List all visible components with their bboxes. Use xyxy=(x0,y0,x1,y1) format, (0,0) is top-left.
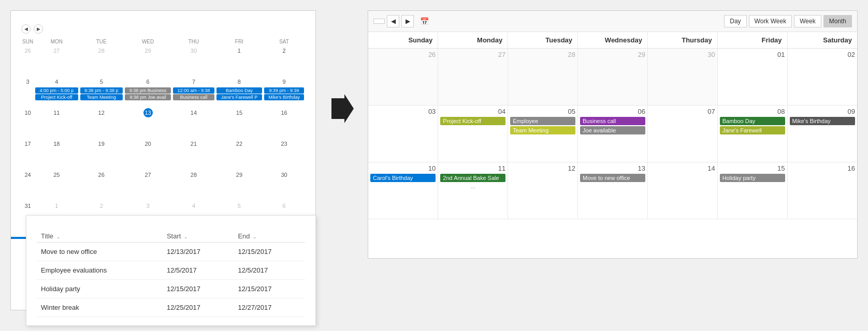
left-panel: ◀ ▶ SUN MON TUE WED THU FRI SAT xyxy=(10,10,316,310)
mini-cal-cell[interactable]: 1 xyxy=(215,46,263,77)
cal-cell[interactable]: 28 xyxy=(508,49,578,106)
mini-event[interactable]: Team Meeting xyxy=(80,94,123,100)
cal-event-chip[interactable]: Team Meeting xyxy=(510,126,575,134)
mini-event[interactable]: 9:38 pm Joe avail xyxy=(125,94,171,100)
mini-cal-cell[interactable]: 2 xyxy=(263,46,305,77)
mini-event[interactable]: 4:00 pm - 5:00 p xyxy=(35,87,78,94)
mini-event[interactable]: Bamboo Day xyxy=(216,87,262,94)
mini-event[interactable]: 9:38 pm - 9:38 p xyxy=(80,87,123,94)
cal-cell[interactable]: 26 xyxy=(368,49,438,106)
cal-cell[interactable]: 05EmployeeTeam Meeting xyxy=(508,106,578,162)
mini-cal-cell[interactable]: 23 xyxy=(263,139,305,170)
mini-cal-cell[interactable]: 30 xyxy=(172,46,215,77)
cal-cell[interactable]: 27 xyxy=(438,49,508,106)
mini-event[interactable]: Business call xyxy=(173,94,214,100)
cal-cell[interactable]: 03 xyxy=(368,106,438,162)
today-button[interactable] xyxy=(373,19,385,24)
mini-cal-prev[interactable]: ◀ xyxy=(21,24,31,34)
mini-event[interactable]: Mike's Birthday xyxy=(264,94,304,100)
cal-cell[interactable]: 01 xyxy=(717,49,787,106)
view-day-button[interactable]: Day xyxy=(724,15,746,27)
cal-event-chip[interactable]: Business call xyxy=(580,117,645,125)
cal-event-chip[interactable]: Jane's Farewell xyxy=(720,126,785,134)
mini-cal-cell[interactable]: 25 xyxy=(34,170,79,201)
cal-header-saturday: Saturday xyxy=(787,32,857,49)
view-month-button[interactable]: Month xyxy=(823,15,852,27)
mini-cal-cell[interactable]: 15 xyxy=(215,108,263,139)
mini-event[interactable]: Jane's Farewell P xyxy=(216,94,262,100)
cal-date-num: 01 xyxy=(720,51,785,58)
cal-next-button[interactable]: ▶ xyxy=(401,15,414,27)
project-cell-end: 12/15/2017 xyxy=(234,280,305,298)
cal-cell[interactable]: 06Business callJoe available xyxy=(578,106,648,162)
cal-cell[interactable]: 10Carol's Birthday xyxy=(368,162,438,219)
cal-event-chip[interactable]: Joe available xyxy=(580,126,645,134)
mini-cal-cell[interactable]: 29 xyxy=(215,170,263,201)
cal-event-chip[interactable]: Project Kick-off xyxy=(440,117,505,125)
cal-cell[interactable]: 15Holiday party xyxy=(717,162,787,219)
cal-cell[interactable]: 112nd Annual Bake Sale... xyxy=(438,162,508,219)
cal-event-chip[interactable]: Holiday party xyxy=(720,174,785,182)
cal-prev-button[interactable]: ◀ xyxy=(387,15,399,27)
cal-cell[interactable]: 14 xyxy=(647,162,717,219)
mini-event[interactable]: 12:00 am - 9:38 xyxy=(173,87,214,94)
cal-cell[interactable]: 30 xyxy=(647,49,717,106)
mini-cal-cell[interactable]: 27 xyxy=(34,46,79,77)
mini-cal-cell[interactable]: 11 xyxy=(34,108,79,139)
cal-event-chip[interactable]: Mike's Birthday xyxy=(790,117,855,125)
mini-cal-cell[interactable]: 28 xyxy=(172,170,215,201)
cal-cell[interactable]: 13Move to new office xyxy=(578,162,648,219)
mini-cal-cell[interactable]: 24 xyxy=(21,170,34,201)
view-workweek-button[interactable]: Work Week xyxy=(749,15,792,27)
cal-date-num: 29 xyxy=(580,51,645,58)
cal-cell[interactable]: 29 xyxy=(578,49,648,106)
mini-cal-cell[interactable]: 26 xyxy=(79,170,124,201)
cal-event-chip[interactable]: Employee xyxy=(510,117,575,125)
mini-cal-cell[interactable]: 30 xyxy=(263,170,305,201)
mini-cal-cell[interactable]: 26 xyxy=(21,46,34,77)
mini-cal-cell[interactable]: 3 xyxy=(21,77,34,108)
mini-cal-next[interactable]: ▶ xyxy=(34,24,43,34)
mini-cal-cell[interactable]: 28 xyxy=(79,46,124,77)
mini-cal-cell[interactable]: 14 xyxy=(172,108,215,139)
mini-cal-cell[interactable]: 99:39 pm - 9:39Mike's Birthday xyxy=(263,77,305,108)
mini-cal-cell[interactable]: 19 xyxy=(79,139,124,170)
mini-cal-cell[interactable]: 13 xyxy=(124,108,172,139)
mini-cal-cell[interactable]: 8Bamboo DayJane's Farewell P xyxy=(215,77,263,108)
mini-cal-cell[interactable]: 18 xyxy=(34,139,79,170)
mini-event[interactable]: Project Kick-off xyxy=(35,94,78,100)
cal-cell[interactable]: 16 xyxy=(787,162,857,219)
cal-event-chip[interactable]: 2nd Annual Bake Sale xyxy=(440,174,505,182)
mini-cal-cell[interactable]: 29 xyxy=(124,46,172,77)
mini-cal-cell[interactable]: 22 xyxy=(215,139,263,170)
mini-event[interactable]: 9:39 pm - 9:39 xyxy=(264,87,304,94)
mini-cal-cell[interactable]: 12 xyxy=(79,108,124,139)
mini-cal-cell[interactable]: 59:38 pm - 9:38 pTeam Meeting xyxy=(79,77,124,108)
mini-cal-cell[interactable]: 21 xyxy=(172,139,215,170)
mini-cal-cell[interactable]: 16 xyxy=(263,108,305,139)
cal-cell[interactable]: 12 xyxy=(508,162,578,219)
mini-event[interactable]: 9:38 pm Business xyxy=(125,87,171,94)
mini-cal-cell[interactable]: 69:38 pm Business9:38 pm Joe avail xyxy=(124,77,172,108)
mini-cal-cell[interactable]: 712:00 am - 9:38Business call xyxy=(172,77,215,108)
project-cell-title: Winter break xyxy=(37,298,163,317)
cal-event-chip[interactable]: Bamboo Day xyxy=(720,117,785,125)
right-arrow-icon xyxy=(329,93,355,124)
cal-cell[interactable]: 09Mike's Birthday xyxy=(787,106,857,162)
mini-cal-cell[interactable]: 27 xyxy=(124,170,172,201)
projects-col-title: Title ⌄ xyxy=(37,230,163,243)
view-week-button[interactable]: Week xyxy=(794,15,821,27)
mini-cal-cell[interactable]: 44:00 pm - 5:00 pProject Kick-off xyxy=(34,77,79,108)
mini-col-sat: SAT xyxy=(263,38,305,46)
cal-event-chip[interactable]: Carol's Birthday xyxy=(370,174,436,182)
cal-cell[interactable]: 02 xyxy=(787,49,857,106)
cal-cell[interactable]: 07 xyxy=(647,106,717,162)
mini-col-thu: THU xyxy=(172,38,215,46)
mini-cal-cell[interactable]: 20 xyxy=(124,139,172,170)
cal-date-num: 07 xyxy=(650,108,715,115)
cal-cell[interactable]: 04Project Kick-off xyxy=(438,106,508,162)
cal-event-chip[interactable]: Move to new office xyxy=(580,174,645,182)
mini-cal-cell[interactable]: 17 xyxy=(21,139,34,170)
cal-cell[interactable]: 08Bamboo DayJane's Farewell xyxy=(717,106,787,162)
mini-cal-cell[interactable]: 10 xyxy=(21,108,34,139)
